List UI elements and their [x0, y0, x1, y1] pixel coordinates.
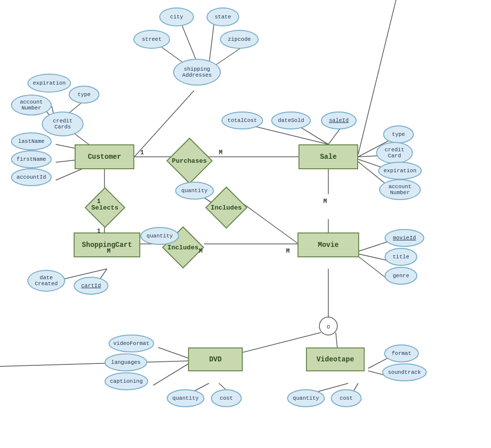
attribute-type-sale: type [383, 125, 414, 143]
entity-sale-label: Sale [320, 153, 337, 161]
cardinality-includes2-movie: M [199, 248, 202, 255]
attribute-totalcost: totalCost [221, 112, 263, 129]
attribute-dvd-quantity: quantity [167, 389, 204, 407]
attribute-expiration-cc: expiration [27, 74, 71, 93]
attribute-languages: languages [104, 353, 147, 371]
svg-line-42 [153, 363, 189, 385]
attribute-lastname: lastName [11, 132, 52, 150]
attribute-firstname: firstName [11, 150, 52, 168]
relationship-selects-label: Selects [92, 204, 119, 212]
attribute-creditcard-sale: credit Card [376, 142, 413, 164]
svg-line-36 [358, 256, 387, 279]
svg-line-1 [209, 24, 214, 65]
entity-movie-label: Movie [318, 241, 339, 249]
cardinality-selects-sc: 1 [97, 228, 100, 235]
attribute-shipping-addresses: shipping Addresses [173, 59, 221, 86]
entity-videotape-label: Videotape [316, 355, 354, 363]
attribute-state: state [206, 7, 239, 26]
attribute-genre: genre [385, 267, 417, 285]
attribute-datesold: dateSold [271, 112, 311, 129]
attribute-vt-cost: cost [331, 389, 362, 407]
attribute-quantity-shoppingcart: quantity [140, 227, 179, 245]
attribute-videoformat: videoFormat [108, 335, 154, 352]
attribute-dvd-cost: cost [211, 389, 242, 407]
cardinality-includes-movie: M [286, 248, 290, 255]
attribute-zipcode: zipcode [220, 30, 259, 49]
attribute-datecreated: date Created [27, 270, 65, 292]
entity-sale: Sale [298, 144, 358, 169]
attribute-soundtrack: soundtrack [382, 363, 427, 381]
svg-text:O: O [327, 324, 330, 330]
svg-line-34 [358, 242, 387, 251]
attribute-expiration-sale: expiration [378, 162, 422, 180]
entity-customer: Customer [75, 144, 134, 169]
attribute-captioning: captioning [104, 372, 148, 390]
svg-line-25 [244, 204, 298, 244]
entity-videotape: Videotape [306, 347, 365, 371]
attribute-saleid: saleId [321, 112, 357, 129]
attribute-vt-quantity: quantity [287, 389, 325, 407]
attribute-type-cc: type [69, 86, 99, 104]
attribute-quantity-includes1: quantity [175, 182, 214, 200]
attribute-accountid: accountId [11, 168, 52, 186]
relationship-selects: Selects [85, 187, 125, 228]
attribute-format: format [384, 344, 419, 362]
svg-line-35 [358, 254, 387, 260]
entity-movie: Movie [297, 232, 359, 257]
attribute-street: street [133, 30, 170, 49]
entity-dvd: DVD [188, 347, 243, 371]
attribute-movieid: movieId [385, 229, 424, 247]
relationship-includes1-label: Includes [211, 204, 242, 212]
cardinality-purchases-sale: M [219, 149, 222, 156]
attribute-credit-cards: credit Cards [42, 112, 84, 136]
svg-line-41 [0, 361, 189, 366]
er-diagram: O Customer Sale ShoppingCart Movie DVD V… [0, 0, 491, 448]
attribute-title: title [385, 248, 417, 266]
connection-lines: O [0, 0, 491, 448]
svg-line-40 [158, 347, 189, 358]
attribute-account-number-cc: account Number [11, 95, 52, 115]
cardinality-includes2-sc: M [107, 248, 110, 255]
entity-customer-label: Customer [88, 153, 121, 161]
cardinality-customer-purchases: 1 [140, 149, 144, 156]
cardinality-sale-includes: M [323, 198, 327, 205]
attribute-cartid: cartId [74, 277, 108, 295]
attribute-accountnumber-sale: account Number [379, 179, 421, 200]
svg-point-49 [319, 317, 337, 335]
relationship-purchases-label: Purchases [172, 157, 207, 165]
cardinality-selects-customer: 1 [97, 198, 100, 205]
relationship-purchases: Purchases [166, 137, 212, 184]
relationship-includes2-label: Includes [168, 244, 198, 251]
attribute-city: city [159, 7, 194, 26]
entity-dvd-label: DVD [209, 355, 221, 363]
